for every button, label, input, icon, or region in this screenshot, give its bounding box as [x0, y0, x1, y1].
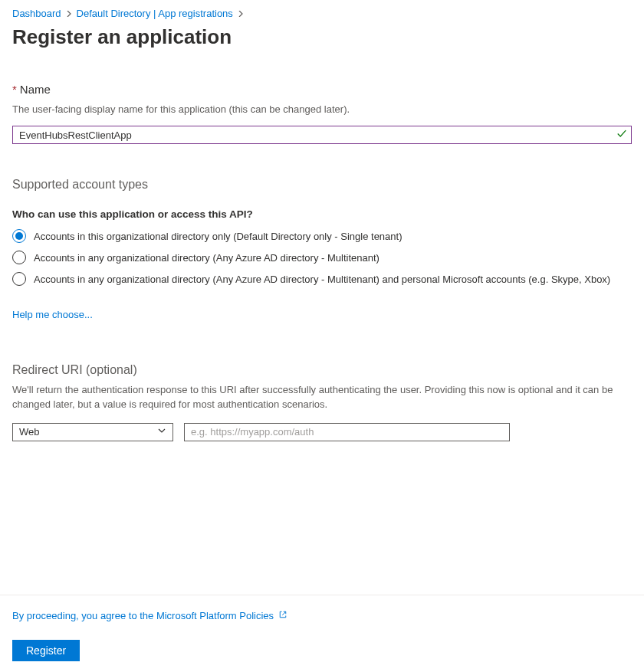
account-type-multitenant-personal[interactable]: Accounts in any organizational directory…: [12, 272, 632, 286]
name-hint: The user-facing display name for this ap…: [12, 103, 632, 115]
external-link-icon: [278, 610, 288, 621]
radio-label: Accounts in this organizational director…: [34, 231, 402, 242]
redirect-uri-input[interactable]: [184, 423, 510, 441]
account-type-single-tenant[interactable]: Accounts in this organizational director…: [12, 229, 632, 243]
app-name-input[interactable]: [12, 126, 632, 144]
radio-icon: [12, 251, 26, 264]
redirect-uri-desc: We'll return the authentication response…: [12, 383, 632, 412]
name-label: *Name: [12, 83, 632, 96]
platform-select-value: Web: [19, 426, 40, 438]
chevron-right-icon: [238, 8, 244, 19]
account-type-multitenant[interactable]: Accounts in any organizational directory…: [12, 251, 632, 264]
page-title: Register an application: [12, 25, 632, 49]
required-asterisk: *: [12, 83, 17, 96]
chevron-down-icon: [157, 426, 166, 438]
radio-icon: [12, 272, 26, 286]
radio-icon: [12, 229, 26, 243]
redirect-uri-heading: Redirect URI (optional): [12, 363, 632, 377]
radio-label: Accounts in any organizational directory…: [34, 274, 610, 285]
breadcrumb-app-registrations[interactable]: Default Directory | App registrations: [77, 8, 233, 19]
policy-link-text: By proceeding, you agree to the Microsof…: [12, 610, 274, 621]
platform-policies-link[interactable]: By proceeding, you agree to the Microsof…: [12, 610, 288, 621]
breadcrumb-dashboard[interactable]: Dashboard: [12, 8, 61, 19]
account-types-question: Who can use this application or access t…: [12, 208, 632, 220]
platform-select[interactable]: Web: [12, 423, 173, 441]
register-button[interactable]: Register: [12, 640, 80, 661]
breadcrumb: Dashboard Default Directory | App regist…: [12, 8, 632, 19]
help-me-choose-link[interactable]: Help me choose...: [12, 309, 93, 320]
radio-label: Accounts in any organizational directory…: [34, 252, 380, 264]
account-types-heading: Supported account types: [12, 178, 632, 192]
chevron-right-icon: [66, 8, 72, 19]
